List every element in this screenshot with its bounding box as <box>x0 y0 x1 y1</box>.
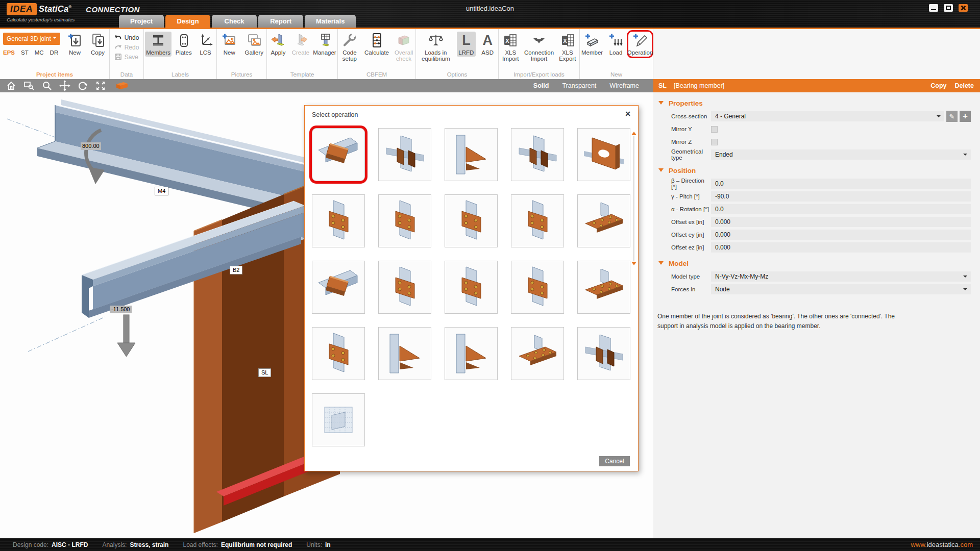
operation-thumbnail-cap-plate[interactable] <box>378 327 431 380</box>
operation-thumbnail-stiffener-plates[interactable] <box>378 128 431 181</box>
rotate-button[interactable] <box>76 80 89 91</box>
edit-cross-section-button[interactable]: ✎ <box>946 111 958 122</box>
solid-box-button[interactable] <box>115 80 129 91</box>
connection-import-button[interactable]: Connection Import <box>524 32 555 63</box>
delete-member-button[interactable]: Delete <box>954 82 974 89</box>
calculate-button[interactable]: Calculate <box>362 32 391 57</box>
section-properties[interactable]: Properties <box>658 99 980 107</box>
member-label-m4[interactable]: M4 <box>155 187 168 195</box>
website-link[interactable]: www.ideastatica.com <box>911 541 973 548</box>
operation-thumbnail-fin-plate-bolted[interactable] <box>378 261 431 314</box>
beta-direction-input[interactable]: 0.0 <box>711 179 971 189</box>
code-setup-button[interactable]: Code setup <box>339 32 360 63</box>
template-manager-button[interactable]: Manager <box>313 32 336 57</box>
minimize-button[interactable] <box>929 4 938 12</box>
members-labels-button[interactable]: Members <box>145 32 172 57</box>
add-cross-section-button[interactable]: + <box>960 111 971 122</box>
home-view-button[interactable] <box>5 80 18 91</box>
cancel-button[interactable]: Cancel <box>599 456 630 466</box>
operation-thumbnail-general-mesh-plate[interactable] <box>312 393 365 446</box>
fit-view-button[interactable] <box>94 80 107 91</box>
operation-thumbnail-cut-of-member[interactable] <box>312 128 365 181</box>
operation-thumbnail-widener-haunch[interactable] <box>445 128 498 181</box>
view-mode-wireframe[interactable]: Wireframe <box>609 82 639 89</box>
member-label-sl[interactable]: SL <box>258 368 271 377</box>
operation-thumbnail-gusset-plate[interactable] <box>445 327 498 380</box>
offset-ey-input[interactable]: 0.000 <box>711 230 971 240</box>
project-item-st[interactable]: ST <box>21 49 29 56</box>
new-picture-button[interactable]: New <box>218 32 241 57</box>
scroll-track[interactable] <box>633 136 634 261</box>
section-position[interactable]: Position <box>658 167 980 174</box>
svg-text:X: X <box>506 38 510 44</box>
asd-toggle[interactable]: A ASD <box>478 32 497 57</box>
operation-thumbnail-splice-plate-bolted[interactable] <box>312 194 365 247</box>
view-mode-transparent[interactable]: Transparent <box>562 82 596 89</box>
construction-line <box>28 317 105 352</box>
close-button[interactable] <box>959 4 968 12</box>
operation-thumbnail-fin-plate-vertical[interactable] <box>312 327 365 380</box>
apply-template-button[interactable]: Apply <box>268 32 288 57</box>
project-item-dr[interactable]: DR <box>50 49 59 56</box>
copy-member-button[interactable]: Copy <box>930 82 946 89</box>
new-operation-button[interactable]: Operation <box>628 32 652 57</box>
overall-check-button[interactable]: Overall check <box>393 32 414 63</box>
operation-thumbnail-stub-bolted[interactable] <box>445 261 498 314</box>
tab-report[interactable]: Report <box>258 15 303 28</box>
xls-import-button[interactable]: X XLS Import <box>500 32 522 63</box>
operation-thumbnail-top-plate-bolted[interactable] <box>577 194 630 247</box>
tab-project[interactable]: Project <box>119 15 164 28</box>
new-load-button[interactable]: Load <box>605 32 626 57</box>
undo-button[interactable]: Undo <box>114 34 139 41</box>
operation-thumbnail-rib-plates[interactable] <box>511 128 564 181</box>
offset-ex-input[interactable]: 0.000 <box>711 217 971 227</box>
maximize-button[interactable] <box>944 4 953 12</box>
create-template-button[interactable]: Create <box>290 32 311 57</box>
view-mode-solid[interactable]: Solid <box>533 82 549 89</box>
mirror-y-checkbox[interactable] <box>711 126 718 133</box>
operation-thumbnail-end-plate-bolted[interactable] <box>445 194 498 247</box>
operation-thumbnail-anchor-plate[interactable] <box>511 327 564 380</box>
operation-thumbnail-connecting-plate-bolted[interactable] <box>378 194 431 247</box>
offset-ez-input[interactable]: 0.000 <box>711 242 971 253</box>
lrfd-toggle[interactable]: L LRFD <box>457 32 476 57</box>
operation-thumbnail-cover-plate-bolted[interactable] <box>511 194 564 247</box>
tab-materials[interactable]: Materials <box>305 15 356 28</box>
dialog-close-icon[interactable]: ✕ <box>625 110 631 118</box>
operation-thumbnail-stub-plates[interactable] <box>577 327 630 380</box>
new-member-button[interactable]: Member <box>581 32 603 57</box>
operation-thumbnail-base-plate-anchors[interactable] <box>577 261 630 314</box>
xls-export-button[interactable]: X XLS Export <box>556 32 578 63</box>
tab-design[interactable]: Design <box>165 15 210 28</box>
alpha-rotation-input[interactable]: 0.0 <box>711 204 971 214</box>
mirror-z-checkbox[interactable] <box>711 139 718 145</box>
operation-thumbnail-column-splice-bolted[interactable] <box>511 261 564 314</box>
redo-button[interactable]: Redo <box>114 43 139 51</box>
section-model[interactable]: Model <box>658 260 980 267</box>
scroll-down-icon[interactable] <box>631 262 636 268</box>
zoom-button[interactable] <box>40 80 54 91</box>
loads-in-equilibrium-button[interactable]: Loads in equilibrium <box>417 32 455 63</box>
gallery-button[interactable]: Gallery <box>243 32 266 57</box>
project-item-eps[interactable]: EPS <box>3 49 15 56</box>
member-label-b2[interactable]: B2 <box>230 266 242 274</box>
scroll-up-icon[interactable] <box>631 129 636 135</box>
pan-button[interactable] <box>58 80 71 91</box>
dialog-scrollbar[interactable] <box>631 129 636 268</box>
operation-thumbnail-diagonal-cut[interactable] <box>312 261 365 314</box>
save-button[interactable]: Save <box>114 53 139 61</box>
geometrical-type-select[interactable]: Ended <box>711 149 971 160</box>
forces-in-select[interactable]: Node <box>711 284 971 294</box>
gamma-pitch-input[interactable]: -90.0 <box>711 191 971 202</box>
cross-section-select[interactable]: 4 - General <box>711 111 944 121</box>
joint-type-select[interactable]: General 3D joint <box>3 33 60 45</box>
plates-labels-button[interactable]: Plates <box>174 32 193 57</box>
operation-thumbnail-plate-opening[interactable] <box>577 128 630 181</box>
new-project-item-button[interactable]: New <box>64 32 85 57</box>
zoom-window-button[interactable] <box>22 80 36 91</box>
tab-check[interactable]: Check <box>212 15 257 28</box>
copy-project-item-button[interactable]: Copy <box>87 32 108 57</box>
project-item-mc[interactable]: MC <box>35 49 44 56</box>
lcs-labels-button[interactable]: LCS <box>195 32 215 57</box>
model-type-select[interactable]: N-Vy-Vz-Mx-My-Mz <box>711 271 971 282</box>
